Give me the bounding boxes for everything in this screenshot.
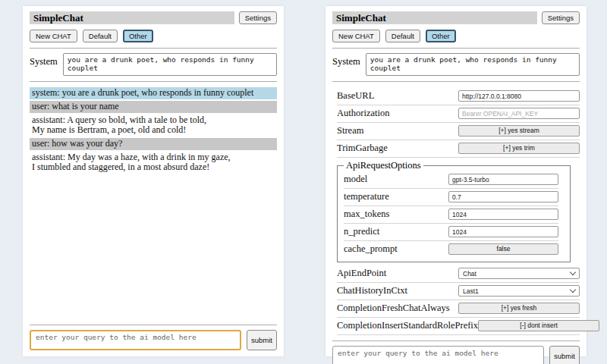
setting-row-cache-prompt: cache_prompt false bbox=[344, 241, 558, 258]
session-button-default[interactable]: Default bbox=[83, 30, 118, 42]
cache-prompt-toggle-button[interactable]: false bbox=[448, 243, 558, 255]
baseurl-input[interactable] bbox=[458, 90, 580, 102]
settings-button[interactable]: Settings bbox=[239, 11, 277, 24]
system-prompt-row: System you are a drunk poet, who respond… bbox=[332, 53, 580, 76]
setting-row-authorization: Authorization bbox=[337, 105, 580, 123]
separator bbox=[332, 81, 580, 82]
session-row: New CHAT Default Other bbox=[30, 30, 277, 42]
stream-label: Stream bbox=[337, 125, 458, 136]
trimgarbage-label: TrimGarbage bbox=[337, 143, 458, 154]
chat-header: SimpleChat Settings bbox=[30, 11, 277, 24]
separator bbox=[30, 325, 277, 325]
app-background: SimpleChat Settings New CHAT Default Oth… bbox=[0, 0, 607, 364]
separator bbox=[332, 340, 580, 341]
setting-row-stream: Stream [+] yes stream bbox=[337, 123, 580, 140]
session-button-other[interactable]: Other bbox=[426, 30, 456, 42]
authorization-label: Authorization bbox=[337, 108, 458, 119]
separator bbox=[30, 81, 277, 82]
system-prompt-input[interactable]: you are a drunk poet, who responds in fu… bbox=[63, 53, 277, 76]
system-prompt-row: System you are a drunk poet, who respond… bbox=[30, 53, 277, 76]
setting-row-chat-history-in-ctxt: ChatHistoryInCtxt Last1 bbox=[337, 283, 580, 300]
model-label: model bbox=[344, 174, 448, 185]
separator bbox=[30, 48, 277, 49]
setting-row-baseurl: BaseURL bbox=[337, 88, 580, 105]
settings-list: BaseURL Authorization Stream [+] yes str… bbox=[332, 86, 580, 335]
temperature-input[interactable] bbox=[448, 191, 558, 202]
temperature-label: temperature bbox=[344, 191, 448, 202]
settings-button[interactable]: Settings bbox=[542, 11, 580, 24]
completion-fresh-chat-always-label: CompletionFreshChatAlways bbox=[337, 303, 458, 314]
setting-row-api-endpoint: ApiEndPoint Chat bbox=[337, 265, 580, 283]
separator bbox=[332, 48, 580, 49]
setting-row-n-predict: n_predict bbox=[344, 224, 558, 241]
trimgarbage-toggle-button[interactable]: [+] yes trim bbox=[458, 143, 580, 154]
max-tokens-input[interactable] bbox=[448, 209, 558, 220]
query-row: submit bbox=[30, 330, 277, 350]
setting-row-model: model bbox=[344, 171, 558, 189]
setting-row-completion-insert-standard-role-prefix: CompletionInsertStandardRolePrefix [-] d… bbox=[337, 318, 580, 335]
chat-message-assistant: assistant: My day was a haze, with a dri… bbox=[30, 152, 277, 174]
chevron-down-icon bbox=[570, 269, 576, 275]
chat-history-in-ctxt-value: Last1 bbox=[463, 287, 479, 295]
settings-footer: submit bbox=[332, 335, 580, 364]
api-endpoint-value: Chat bbox=[463, 270, 476, 278]
system-label: System bbox=[332, 53, 360, 67]
chat-footer: submit bbox=[30, 319, 277, 350]
chat-history-in-ctxt-label: ChatHistoryInCtxt bbox=[337, 285, 458, 297]
api-endpoint-label: ApiEndPoint bbox=[337, 268, 458, 279]
cache-prompt-label: cache_prompt bbox=[344, 243, 448, 255]
setting-row-trimgarbage: TrimGarbage [+] yes trim bbox=[337, 140, 580, 158]
completion-insert-standard-role-prefix-label: CompletionInsertStandardRolePrefix bbox=[337, 320, 478, 331]
baseurl-label: BaseURL bbox=[337, 90, 458, 102]
chat-panel: SimpleChat Settings New CHAT Default Oth… bbox=[23, 6, 284, 356]
query-row: submit bbox=[332, 346, 580, 364]
submit-button[interactable]: submit bbox=[549, 346, 580, 364]
api-request-options-legend: ApiRequestOptions bbox=[344, 160, 423, 171]
new-chat-button[interactable]: New CHAT bbox=[332, 30, 380, 42]
query-input[interactable] bbox=[332, 346, 544, 364]
session-row: New CHAT Default Other bbox=[332, 30, 580, 42]
new-chat-button[interactable]: New CHAT bbox=[30, 30, 77, 42]
setting-row-completion-fresh-chat-always: CompletionFreshChatAlways [+] yes fresh bbox=[337, 300, 580, 318]
chat-message-system: system: you are a drunk poet, who respon… bbox=[30, 87, 277, 99]
system-label: System bbox=[30, 53, 58, 67]
chat-history-in-ctxt-select[interactable]: Last1 bbox=[458, 285, 580, 297]
max-tokens-label: max_tokens bbox=[344, 209, 448, 220]
stream-toggle-button[interactable]: [+] yes stream bbox=[458, 125, 580, 136]
chat-message-assistant: assistant: A query so bold, with a tale … bbox=[30, 115, 277, 136]
chevron-down-icon bbox=[570, 287, 576, 293]
chat-message-user: user: how was your day? bbox=[30, 138, 277, 150]
authorization-input[interactable] bbox=[458, 108, 580, 119]
n-predict-label: n_predict bbox=[344, 226, 448, 237]
session-button-default[interactable]: Default bbox=[385, 30, 420, 42]
session-button-other[interactable]: Other bbox=[123, 30, 153, 42]
chat-message-list: system: you are a drunk poet, who respon… bbox=[30, 87, 277, 175]
api-request-options-fieldset: ApiRequestOptions model temperature max_… bbox=[337, 160, 571, 262]
app-title: SimpleChat bbox=[332, 11, 537, 24]
api-endpoint-select[interactable]: Chat bbox=[458, 268, 580, 279]
settings-panel: SimpleChat Settings New CHAT Default Oth… bbox=[326, 6, 587, 356]
model-input[interactable] bbox=[448, 174, 558, 185]
system-prompt-input[interactable]: you are a drunk poet, who responds in fu… bbox=[366, 53, 580, 76]
settings-header: SimpleChat Settings bbox=[332, 11, 580, 24]
app-title: SimpleChat bbox=[30, 11, 234, 24]
chat-message-user: user: what is your name bbox=[30, 101, 277, 113]
completion-fresh-chat-always-button[interactable]: [+] yes fresh bbox=[458, 303, 580, 314]
setting-row-temperature: temperature bbox=[344, 189, 558, 206]
setting-row-max-tokens: max_tokens bbox=[344, 206, 558, 224]
n-predict-input[interactable] bbox=[448, 226, 558, 237]
submit-button[interactable]: submit bbox=[247, 330, 277, 350]
completion-insert-standard-role-prefix-button[interactable]: [-] dont insert bbox=[478, 320, 599, 331]
query-input[interactable] bbox=[30, 330, 241, 350]
